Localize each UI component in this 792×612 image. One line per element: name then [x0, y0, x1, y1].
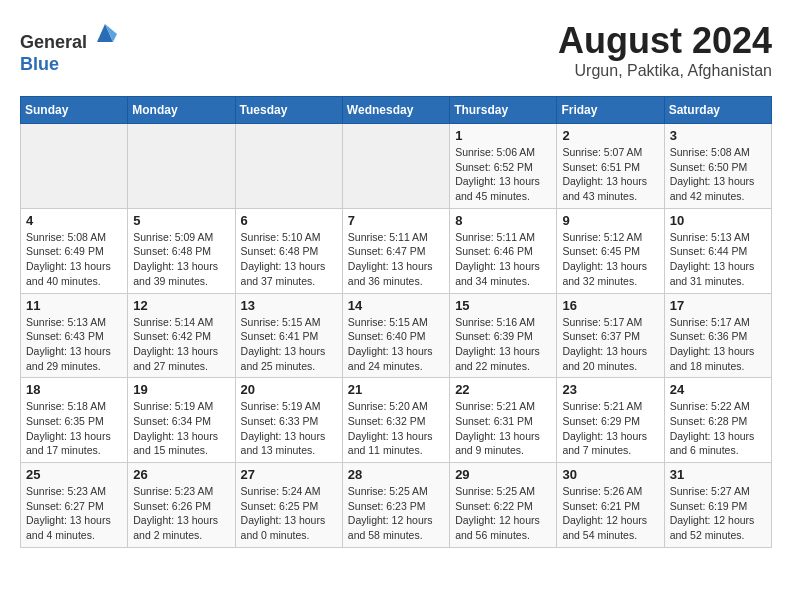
calendar-cell: 31Sunrise: 5:27 AM Sunset: 6:19 PM Dayli…	[664, 463, 771, 548]
day-of-week-header: Saturday	[664, 97, 771, 124]
calendar-cell: 17Sunrise: 5:17 AM Sunset: 6:36 PM Dayli…	[664, 293, 771, 378]
day-info: Sunrise: 5:26 AM Sunset: 6:21 PM Dayligh…	[562, 484, 658, 543]
calendar-cell: 8Sunrise: 5:11 AM Sunset: 6:46 PM Daylig…	[450, 208, 557, 293]
calendar-cell: 21Sunrise: 5:20 AM Sunset: 6:32 PM Dayli…	[342, 378, 449, 463]
calendar-cell	[342, 124, 449, 209]
calendar-week-row: 18Sunrise: 5:18 AM Sunset: 6:35 PM Dayli…	[21, 378, 772, 463]
day-info: Sunrise: 5:10 AM Sunset: 6:48 PM Dayligh…	[241, 230, 337, 289]
calendar-cell: 30Sunrise: 5:26 AM Sunset: 6:21 PM Dayli…	[557, 463, 664, 548]
day-number: 1	[455, 128, 551, 143]
day-info: Sunrise: 5:11 AM Sunset: 6:46 PM Dayligh…	[455, 230, 551, 289]
calendar-cell: 6Sunrise: 5:10 AM Sunset: 6:48 PM Daylig…	[235, 208, 342, 293]
day-info: Sunrise: 5:20 AM Sunset: 6:32 PM Dayligh…	[348, 399, 444, 458]
calendar-cell: 28Sunrise: 5:25 AM Sunset: 6:23 PM Dayli…	[342, 463, 449, 548]
day-number: 10	[670, 213, 766, 228]
calendar-cell	[128, 124, 235, 209]
day-info: Sunrise: 5:25 AM Sunset: 6:23 PM Dayligh…	[348, 484, 444, 543]
calendar-cell: 5Sunrise: 5:09 AM Sunset: 6:48 PM Daylig…	[128, 208, 235, 293]
day-info: Sunrise: 5:19 AM Sunset: 6:34 PM Dayligh…	[133, 399, 229, 458]
calendar-cell: 11Sunrise: 5:13 AM Sunset: 6:43 PM Dayli…	[21, 293, 128, 378]
day-number: 25	[26, 467, 122, 482]
calendar-week-row: 25Sunrise: 5:23 AM Sunset: 6:27 PM Dayli…	[21, 463, 772, 548]
day-number: 15	[455, 298, 551, 313]
logo-general: General	[20, 32, 87, 52]
day-info: Sunrise: 5:18 AM Sunset: 6:35 PM Dayligh…	[26, 399, 122, 458]
day-number: 12	[133, 298, 229, 313]
day-info: Sunrise: 5:09 AM Sunset: 6:48 PM Dayligh…	[133, 230, 229, 289]
day-info: Sunrise: 5:08 AM Sunset: 6:49 PM Dayligh…	[26, 230, 122, 289]
logo: General Blue	[20, 20, 119, 75]
days-of-week-row: SundayMondayTuesdayWednesdayThursdayFrid…	[21, 97, 772, 124]
calendar-cell: 10Sunrise: 5:13 AM Sunset: 6:44 PM Dayli…	[664, 208, 771, 293]
day-number: 11	[26, 298, 122, 313]
day-info: Sunrise: 5:12 AM Sunset: 6:45 PM Dayligh…	[562, 230, 658, 289]
day-of-week-header: Friday	[557, 97, 664, 124]
day-info: Sunrise: 5:07 AM Sunset: 6:51 PM Dayligh…	[562, 145, 658, 204]
day-info: Sunrise: 5:16 AM Sunset: 6:39 PM Dayligh…	[455, 315, 551, 374]
logo-blue: Blue	[20, 54, 59, 74]
day-number: 19	[133, 382, 229, 397]
day-info: Sunrise: 5:15 AM Sunset: 6:41 PM Dayligh…	[241, 315, 337, 374]
day-info: Sunrise: 5:08 AM Sunset: 6:50 PM Dayligh…	[670, 145, 766, 204]
calendar-cell: 24Sunrise: 5:22 AM Sunset: 6:28 PM Dayli…	[664, 378, 771, 463]
day-number: 28	[348, 467, 444, 482]
calendar-cell: 1Sunrise: 5:06 AM Sunset: 6:52 PM Daylig…	[450, 124, 557, 209]
day-number: 22	[455, 382, 551, 397]
title-block: August 2024 Urgun, Paktika, Afghanistan	[558, 20, 772, 80]
calendar-cell: 27Sunrise: 5:24 AM Sunset: 6:25 PM Dayli…	[235, 463, 342, 548]
day-number: 17	[670, 298, 766, 313]
day-number: 3	[670, 128, 766, 143]
calendar-week-row: 11Sunrise: 5:13 AM Sunset: 6:43 PM Dayli…	[21, 293, 772, 378]
calendar-cell: 3Sunrise: 5:08 AM Sunset: 6:50 PM Daylig…	[664, 124, 771, 209]
day-of-week-header: Sunday	[21, 97, 128, 124]
day-number: 9	[562, 213, 658, 228]
day-number: 31	[670, 467, 766, 482]
calendar-cell: 26Sunrise: 5:23 AM Sunset: 6:26 PM Dayli…	[128, 463, 235, 548]
calendar-week-row: 4Sunrise: 5:08 AM Sunset: 6:49 PM Daylig…	[21, 208, 772, 293]
calendar-cell: 14Sunrise: 5:15 AM Sunset: 6:40 PM Dayli…	[342, 293, 449, 378]
calendar-table: SundayMondayTuesdayWednesdayThursdayFrid…	[20, 96, 772, 548]
day-info: Sunrise: 5:19 AM Sunset: 6:33 PM Dayligh…	[241, 399, 337, 458]
page-title: August 2024	[558, 20, 772, 62]
calendar-cell: 29Sunrise: 5:25 AM Sunset: 6:22 PM Dayli…	[450, 463, 557, 548]
day-of-week-header: Tuesday	[235, 97, 342, 124]
day-info: Sunrise: 5:22 AM Sunset: 6:28 PM Dayligh…	[670, 399, 766, 458]
day-info: Sunrise: 5:15 AM Sunset: 6:40 PM Dayligh…	[348, 315, 444, 374]
day-info: Sunrise: 5:13 AM Sunset: 6:44 PM Dayligh…	[670, 230, 766, 289]
day-number: 26	[133, 467, 229, 482]
day-number: 14	[348, 298, 444, 313]
day-number: 2	[562, 128, 658, 143]
page-header: General Blue August 2024 Urgun, Paktika,…	[20, 20, 772, 80]
day-number: 24	[670, 382, 766, 397]
day-info: Sunrise: 5:24 AM Sunset: 6:25 PM Dayligh…	[241, 484, 337, 543]
day-number: 6	[241, 213, 337, 228]
calendar-week-row: 1Sunrise: 5:06 AM Sunset: 6:52 PM Daylig…	[21, 124, 772, 209]
page-subtitle: Urgun, Paktika, Afghanistan	[558, 62, 772, 80]
day-number: 23	[562, 382, 658, 397]
day-of-week-header: Thursday	[450, 97, 557, 124]
calendar-cell: 12Sunrise: 5:14 AM Sunset: 6:42 PM Dayli…	[128, 293, 235, 378]
day-number: 16	[562, 298, 658, 313]
day-info: Sunrise: 5:06 AM Sunset: 6:52 PM Dayligh…	[455, 145, 551, 204]
calendar-cell: 16Sunrise: 5:17 AM Sunset: 6:37 PM Dayli…	[557, 293, 664, 378]
calendar-cell	[235, 124, 342, 209]
day-info: Sunrise: 5:23 AM Sunset: 6:26 PM Dayligh…	[133, 484, 229, 543]
day-of-week-header: Wednesday	[342, 97, 449, 124]
calendar-cell	[21, 124, 128, 209]
calendar-cell: 13Sunrise: 5:15 AM Sunset: 6:41 PM Dayli…	[235, 293, 342, 378]
calendar-cell: 20Sunrise: 5:19 AM Sunset: 6:33 PM Dayli…	[235, 378, 342, 463]
day-number: 21	[348, 382, 444, 397]
day-number: 20	[241, 382, 337, 397]
calendar-cell: 23Sunrise: 5:21 AM Sunset: 6:29 PM Dayli…	[557, 378, 664, 463]
calendar-cell: 2Sunrise: 5:07 AM Sunset: 6:51 PM Daylig…	[557, 124, 664, 209]
day-number: 8	[455, 213, 551, 228]
day-of-week-header: Monday	[128, 97, 235, 124]
day-info: Sunrise: 5:27 AM Sunset: 6:19 PM Dayligh…	[670, 484, 766, 543]
calendar-cell: 7Sunrise: 5:11 AM Sunset: 6:47 PM Daylig…	[342, 208, 449, 293]
day-number: 18	[26, 382, 122, 397]
calendar-cell: 25Sunrise: 5:23 AM Sunset: 6:27 PM Dayli…	[21, 463, 128, 548]
day-number: 27	[241, 467, 337, 482]
day-info: Sunrise: 5:13 AM Sunset: 6:43 PM Dayligh…	[26, 315, 122, 374]
day-info: Sunrise: 5:21 AM Sunset: 6:29 PM Dayligh…	[562, 399, 658, 458]
day-info: Sunrise: 5:11 AM Sunset: 6:47 PM Dayligh…	[348, 230, 444, 289]
